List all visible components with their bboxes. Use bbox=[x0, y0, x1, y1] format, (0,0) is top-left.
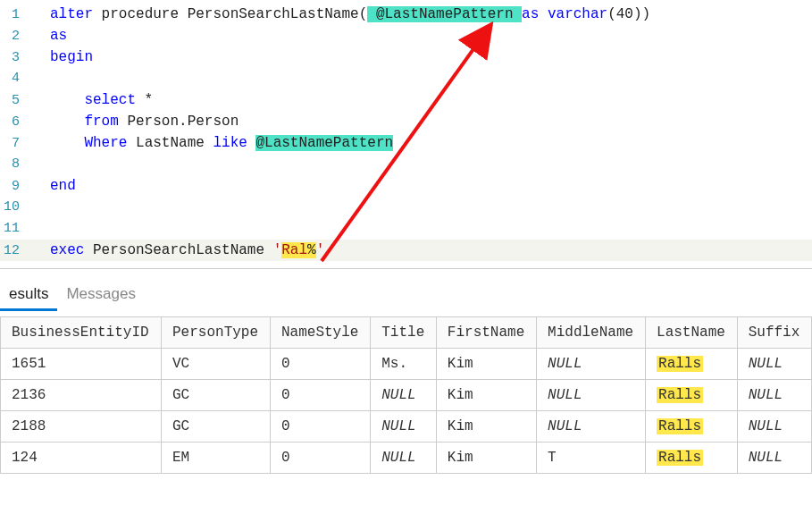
token: Person bbox=[119, 114, 179, 130]
table-cell[interactable]: 0 bbox=[270, 380, 370, 411]
code-line[interactable]: 9end bbox=[0, 175, 812, 197]
code-content[interactable]: begin bbox=[30, 46, 812, 68]
code-content[interactable]: exec PersonSearchLastName 'Ral%' bbox=[30, 240, 812, 261]
results-grid[interactable]: BusinessEntityIDPersonTypeNameStyleTitle… bbox=[0, 316, 812, 474]
table-cell[interactable]: 124 bbox=[1, 442, 162, 474]
token: end bbox=[50, 178, 76, 194]
token bbox=[539, 6, 548, 22]
table-cell[interactable]: NULL bbox=[371, 442, 437, 474]
column-header[interactable]: LastName bbox=[646, 317, 738, 349]
table-cell[interactable]: Kim bbox=[436, 442, 536, 474]
highlighted-value: Ralls bbox=[657, 387, 703, 403]
table-cell[interactable]: 0 bbox=[270, 411, 370, 442]
column-header[interactable]: NameStyle bbox=[270, 317, 370, 349]
token: ( bbox=[359, 6, 368, 22]
code-content[interactable]: from Person.Person bbox=[30, 111, 812, 132]
table-cell[interactable]: VC bbox=[162, 349, 271, 380]
column-header[interactable]: BusinessEntityID bbox=[1, 317, 162, 349]
line-number: 8 bbox=[0, 154, 30, 175]
code-line[interactable]: 8 bbox=[0, 154, 812, 175]
table-cell[interactable]: Ralls bbox=[646, 380, 738, 411]
table-cell[interactable]: 1651 bbox=[1, 349, 162, 380]
token: varchar bbox=[548, 6, 607, 22]
line-number: 12 bbox=[0, 240, 30, 262]
code-line[interactable]: 6 from Person.Person bbox=[0, 111, 812, 132]
token: Person bbox=[188, 114, 239, 130]
token: ' bbox=[273, 242, 282, 258]
token: 40 bbox=[616, 6, 633, 22]
code-line[interactable]: 3begin bbox=[0, 46, 812, 68]
table-cell[interactable]: GC bbox=[162, 411, 271, 442]
token: PersonSearchLastName bbox=[84, 242, 272, 258]
token: as bbox=[522, 6, 539, 22]
table-cell[interactable]: Kim bbox=[436, 411, 536, 442]
tab-messages[interactable]: Messages bbox=[57, 280, 144, 311]
token: alter bbox=[50, 6, 93, 22]
code-content[interactable]: alter procedure PersonSearchLastName( @L… bbox=[30, 4, 812, 25]
sql-editor[interactable]: 1alter procedure PersonSearchLastName( @… bbox=[0, 0, 812, 269]
table-cell[interactable]: NULL bbox=[537, 411, 646, 442]
token: as bbox=[50, 28, 67, 44]
code-line[interactable]: 11 bbox=[0, 218, 812, 240]
table-cell[interactable]: Ralls bbox=[646, 349, 738, 380]
line-number: 1 bbox=[0, 4, 30, 26]
token: . bbox=[179, 114, 188, 130]
table-row[interactable]: 1651VC0Ms.KimNULLRallsNULL bbox=[1, 349, 812, 380]
results-tabs: esults Messages bbox=[0, 269, 812, 311]
code-line[interactable]: 7 Where LastName like @LastNamePattern bbox=[0, 132, 812, 154]
tab-results[interactable]: esults bbox=[0, 280, 57, 311]
code-line[interactable]: 5 select * bbox=[0, 89, 812, 111]
token bbox=[247, 135, 256, 151]
table-cell[interactable]: Kim bbox=[436, 349, 536, 380]
table-cell[interactable]: 0 bbox=[270, 442, 370, 474]
token: % bbox=[307, 242, 316, 258]
table-cell[interactable]: NULL bbox=[737, 380, 811, 411]
code-content[interactable]: end bbox=[30, 175, 812, 197]
code-line[interactable]: 10 bbox=[0, 197, 812, 218]
table-cell[interactable]: NULL bbox=[371, 411, 437, 442]
code-content[interactable]: select * bbox=[30, 89, 812, 111]
table-cell[interactable]: NULL bbox=[371, 380, 437, 411]
code-line[interactable]: 4 bbox=[0, 68, 812, 89]
token: @LastNamePatt bbox=[255, 135, 367, 151]
column-header[interactable]: Suffix bbox=[737, 317, 811, 349]
table-cell[interactable]: Ms. bbox=[371, 349, 437, 380]
token: begin bbox=[50, 49, 93, 65]
highlighted-value: Ralls bbox=[657, 450, 703, 466]
token: ( bbox=[607, 6, 616, 22]
table-cell[interactable]: GC bbox=[162, 380, 271, 411]
table-cell[interactable]: Ralls bbox=[646, 442, 738, 474]
table-row[interactable]: 124EM0NULLKimTRallsNULL bbox=[1, 442, 812, 474]
table-cell[interactable]: T bbox=[537, 442, 646, 474]
token: select bbox=[84, 92, 136, 108]
table-cell[interactable]: 2188 bbox=[1, 411, 162, 442]
column-header[interactable]: MiddleName bbox=[537, 317, 646, 349]
code-line[interactable]: 2as bbox=[0, 25, 812, 46]
column-header[interactable]: FirstName bbox=[436, 317, 536, 349]
table-row[interactable]: 2136GC0NULLKimNULLRallsNULL bbox=[1, 380, 812, 411]
table-cell[interactable]: 0 bbox=[270, 349, 370, 380]
code-content[interactable]: Where LastName like @LastNamePattern bbox=[30, 132, 812, 154]
token: ern bbox=[367, 135, 393, 151]
table-cell[interactable]: NULL bbox=[537, 380, 646, 411]
token: * bbox=[136, 92, 153, 108]
table-row[interactable]: 2188GC0NULLKimNULLRallsNULL bbox=[1, 411, 812, 442]
code-content[interactable]: as bbox=[30, 25, 812, 46]
line-number: 7 bbox=[0, 133, 30, 155]
token: procedure bbox=[93, 6, 188, 22]
table-cell[interactable]: NULL bbox=[737, 349, 811, 380]
token: LastName bbox=[127, 135, 213, 151]
table-cell[interactable]: 2136 bbox=[1, 380, 162, 411]
column-header[interactable]: PersonType bbox=[162, 317, 271, 349]
table-cell[interactable]: NULL bbox=[737, 442, 811, 474]
line-number: 11 bbox=[0, 218, 30, 240]
table-cell[interactable]: Ralls bbox=[646, 411, 738, 442]
token: PersonSearchLastName bbox=[188, 6, 359, 22]
code-line[interactable]: 1alter procedure PersonSearchLastName( @… bbox=[0, 4, 812, 25]
table-cell[interactable]: NULL bbox=[537, 349, 646, 380]
column-header[interactable]: Title bbox=[371, 317, 437, 349]
code-line[interactable]: 12exec PersonSearchLastName 'Ral%' bbox=[0, 240, 812, 261]
table-cell[interactable]: Kim bbox=[436, 380, 536, 411]
table-cell[interactable]: NULL bbox=[737, 411, 811, 442]
table-cell[interactable]: EM bbox=[162, 442, 271, 474]
